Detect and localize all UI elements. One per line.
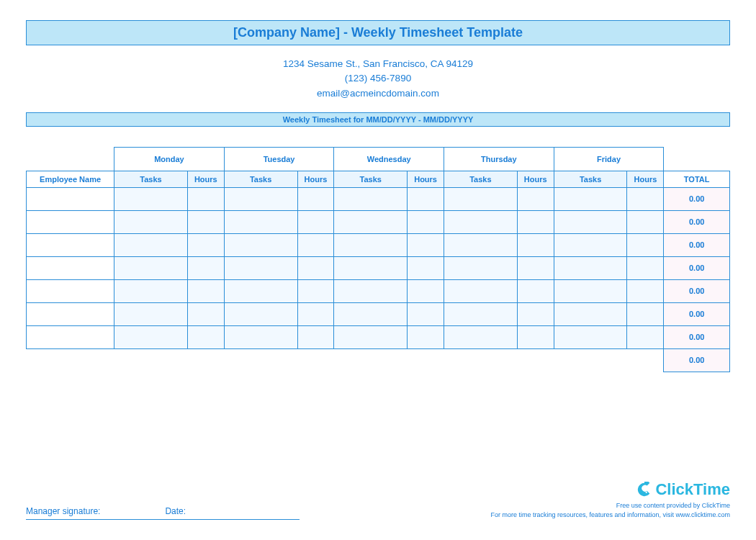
hours-cell[interactable]: [517, 187, 554, 210]
tasks-cell[interactable]: [554, 233, 627, 256]
hours-cell[interactable]: [297, 256, 334, 279]
date-label: Date:: [165, 506, 186, 516]
hours-cell[interactable]: [297, 302, 334, 325]
hours-cell[interactable]: [187, 256, 224, 279]
hours-cell[interactable]: [627, 187, 664, 210]
tasks-cell[interactable]: [554, 187, 627, 210]
tasks-cell[interactable]: [114, 233, 188, 256]
tasks-cell[interactable]: [334, 302, 408, 325]
tasks-cell[interactable]: [224, 233, 297, 256]
hours-cell[interactable]: [408, 325, 444, 348]
hours-cell[interactable]: [627, 256, 664, 279]
tasks-cell[interactable]: [224, 187, 297, 210]
svg-point-1: [646, 491, 647, 492]
tasks-cell[interactable]: [224, 210, 297, 233]
brand-line2: For more time tracking resources, featur…: [490, 511, 730, 520]
hours-cell[interactable]: [187, 210, 224, 233]
tasks-cell[interactable]: [554, 256, 627, 279]
hours-cell[interactable]: [408, 187, 444, 210]
hours-cell[interactable]: [517, 325, 554, 348]
brand-name: ClickTime: [655, 480, 730, 499]
tasks-cell[interactable]: [444, 187, 518, 210]
tasks-cell[interactable]: [224, 279, 297, 302]
hours-cell[interactable]: [187, 187, 224, 210]
tasks-cell[interactable]: [554, 279, 627, 302]
col-hours: Hours: [187, 171, 224, 187]
tasks-cell[interactable]: [444, 279, 518, 302]
tasks-cell[interactable]: [114, 187, 188, 210]
employee-name-cell[interactable]: [27, 187, 114, 210]
tasks-cell[interactable]: [114, 302, 188, 325]
col-tasks: Tasks: [114, 171, 188, 187]
hours-cell[interactable]: [187, 233, 224, 256]
tasks-cell[interactable]: [114, 279, 188, 302]
employee-name-cell[interactable]: [27, 210, 114, 233]
tasks-cell[interactable]: [554, 210, 627, 233]
col-total: TOTAL: [664, 171, 730, 187]
hours-cell[interactable]: [627, 233, 664, 256]
employee-name-cell[interactable]: [27, 302, 114, 325]
tasks-cell[interactable]: [224, 325, 297, 348]
hours-cell[interactable]: [297, 279, 334, 302]
tasks-cell: 0.00: [664, 325, 730, 348]
tasks-cell[interactable]: [444, 256, 518, 279]
col-tasks: Tasks: [224, 171, 297, 187]
hours-cell[interactable]: [187, 302, 224, 325]
tasks-cell[interactable]: [114, 210, 188, 233]
contact-block: 1234 Sesame St., San Francisco, CA 94129…: [26, 57, 730, 101]
hours-cell[interactable]: [297, 325, 334, 348]
col-hours: Hours: [297, 171, 334, 187]
day-header-thursday: Thursday: [444, 147, 554, 171]
employee-name-cell[interactable]: [27, 256, 114, 279]
hours-cell[interactable]: [187, 279, 224, 302]
tasks-cell[interactable]: [334, 325, 408, 348]
tasks-cell[interactable]: [554, 325, 627, 348]
tasks-cell[interactable]: [224, 302, 297, 325]
hours-cell[interactable]: [517, 233, 554, 256]
hours-cell[interactable]: [408, 233, 444, 256]
tasks-cell[interactable]: [444, 233, 518, 256]
hours-cell[interactable]: [517, 302, 554, 325]
hours-cell[interactable]: [408, 302, 444, 325]
tasks-cell[interactable]: [554, 302, 627, 325]
tasks-cell[interactable]: [334, 279, 408, 302]
day-header-tuesday: Tuesday: [224, 147, 334, 171]
tasks-cell[interactable]: [114, 256, 188, 279]
hours-cell[interactable]: [408, 210, 444, 233]
tasks-cell[interactable]: [444, 302, 518, 325]
tasks-cell[interactable]: [114, 325, 188, 348]
hours-cell[interactable]: [627, 325, 664, 348]
employee-name-cell[interactable]: [27, 325, 114, 348]
hours-cell[interactable]: [297, 187, 334, 210]
tasks-cell[interactable]: [334, 256, 408, 279]
col-hours: Hours: [408, 171, 444, 187]
tasks-cell[interactable]: [444, 210, 518, 233]
hours-cell[interactable]: [517, 256, 554, 279]
tasks-cell[interactable]: [334, 210, 408, 233]
signature-line[interactable]: Manager signature: Date:: [26, 506, 300, 520]
tasks-cell[interactable]: [334, 187, 408, 210]
table-row: 0.00: [27, 210, 730, 233]
hours-cell[interactable]: [408, 256, 444, 279]
table-row: 0.00: [27, 279, 730, 302]
hours-cell[interactable]: [517, 279, 554, 302]
employee-name-cell[interactable]: [27, 233, 114, 256]
hours-cell[interactable]: [517, 210, 554, 233]
tasks-cell[interactable]: [224, 256, 297, 279]
hours-cell[interactable]: [627, 302, 664, 325]
tasks-cell: 0.00: [664, 302, 730, 325]
employee-name-cell[interactable]: [27, 279, 114, 302]
brand-block: ClickTime Free use content provided by C…: [490, 480, 730, 520]
hours-cell[interactable]: [408, 279, 444, 302]
hours-cell[interactable]: [627, 279, 664, 302]
hours-cell[interactable]: [627, 210, 664, 233]
col-hours: Hours: [627, 171, 664, 187]
grand-total: 0.00: [664, 348, 730, 372]
hours-cell[interactable]: [297, 233, 334, 256]
hours-cell[interactable]: [187, 325, 224, 348]
tasks-cell[interactable]: [334, 233, 408, 256]
hours-cell[interactable]: [297, 210, 334, 233]
contact-email: email@acmeincdomain.com: [26, 86, 730, 101]
tasks-cell[interactable]: [444, 325, 518, 348]
contact-phone: (123) 456-7890: [26, 71, 730, 86]
